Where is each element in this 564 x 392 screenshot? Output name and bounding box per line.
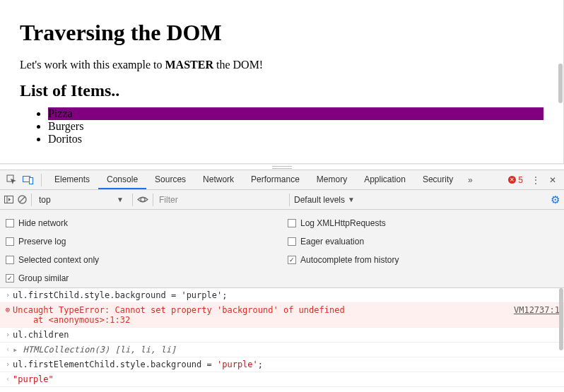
console-output-row[interactable]: ‹ ▸ HTMLCollection(3) [li, li, li] <box>0 343 564 357</box>
console-error-row[interactable]: ⊗ Uncaught TypeError: Cannot set propert… <box>0 303 564 328</box>
checkbox-autocomplete[interactable]: ✓Autocomplete from history <box>288 251 561 269</box>
inspect-element-icon[interactable] <box>3 172 20 189</box>
output-caret-icon: ‹ <box>3 374 13 384</box>
input-caret-icon: › <box>3 360 13 369</box>
page-content: Traversing the DOM Let's work with this … <box>6 6 558 160</box>
viewport-pane: Traversing the DOM Let's work with this … <box>0 0 564 164</box>
tab-application[interactable]: Application <box>356 170 414 189</box>
list-item: Doritos <box>48 133 544 145</box>
console-input-row[interactable]: › ul.children <box>0 328 564 343</box>
checkbox-eager-eval[interactable]: Eager evaluation <box>288 232 561 251</box>
pane-resizer[interactable] <box>0 164 564 170</box>
tab-security[interactable]: Security <box>414 170 462 189</box>
error-count-badge[interactable]: ✕ 5 <box>508 175 523 185</box>
page-title: Traversing the DOM <box>20 20 544 46</box>
devtools-tabstrip: Elements Console Sources Network Perform… <box>0 170 564 190</box>
checkbox-selected-context[interactable]: Selected context only <box>6 251 279 269</box>
item-list: Pizza Burgers Doritos <box>20 107 544 145</box>
scrollbar[interactable] <box>558 64 563 103</box>
checkbox-group-similar[interactable]: ✓Group similar <box>6 269 279 287</box>
list-item: Burgers <box>48 120 544 133</box>
chevron-down-icon: ▼ <box>117 196 124 203</box>
console-input-row[interactable]: › ul.firstChild.style.background = 'purp… <box>0 288 564 303</box>
tab-memory[interactable]: Memory <box>308 170 356 189</box>
error-icon: ⊗ <box>3 305 13 314</box>
svg-rect-2 <box>30 177 33 184</box>
prompt-caret-icon: › <box>3 389 13 392</box>
console-input-row[interactable]: › ul.firstElementChild.style.background … <box>0 357 564 372</box>
page-intro: Let's work with this example to MASTER t… <box>20 59 544 71</box>
list-item: Pizza <box>48 107 544 120</box>
chevron-down-icon: ▼ <box>348 196 355 203</box>
source-link[interactable]: VM12737:1 <box>507 305 560 315</box>
console-toolbar: top ▼ Default levels ▼ ⚙ <box>0 190 564 210</box>
error-icon: ✕ <box>508 176 516 184</box>
gear-icon[interactable]: ⚙ <box>551 194 560 206</box>
context-selector[interactable]: top ▼ <box>36 195 128 205</box>
checkbox-hide-network[interactable]: Hide network <box>6 214 279 232</box>
output-caret-icon: ‹ <box>3 345 13 354</box>
devtools: Elements Console Sources Network Perform… <box>0 170 564 392</box>
tab-console[interactable]: Console <box>98 170 146 189</box>
console-prompt[interactable]: › <box>0 387 564 392</box>
checkbox-log-xhr[interactable]: Log XMLHttpRequests <box>288 214 561 232</box>
input-caret-icon: › <box>3 330 13 339</box>
checkbox-preserve-log[interactable]: Preserve log <box>6 232 279 251</box>
svg-line-6 <box>20 197 25 203</box>
console-output-row[interactable]: ‹ "purple" <box>0 372 564 387</box>
console-sidebar-toggle-icon[interactable] <box>4 196 13 203</box>
device-toolbar-icon[interactable] <box>20 172 37 189</box>
filter-input[interactable] <box>158 192 285 208</box>
more-tabs-icon[interactable]: » <box>462 172 478 189</box>
kebab-menu-icon[interactable]: ⋮ <box>527 172 544 189</box>
console-output: › ul.firstChild.style.background = 'purp… <box>0 288 564 392</box>
input-caret-icon: › <box>3 290 13 299</box>
tab-elements[interactable]: Elements <box>46 170 98 189</box>
live-expression-icon[interactable] <box>137 196 148 203</box>
console-settings: Hide network Preserve log Selected conte… <box>0 210 564 288</box>
scrollbar[interactable] <box>559 288 563 350</box>
list-heading: List of Items.. <box>20 81 544 100</box>
svg-point-7 <box>141 198 145 202</box>
tab-network[interactable]: Network <box>194 170 242 189</box>
tab-performance[interactable]: Performance <box>242 170 308 189</box>
log-levels-selector[interactable]: Default levels ▼ <box>294 195 355 205</box>
tab-sources[interactable]: Sources <box>146 170 194 189</box>
close-icon[interactable]: ✕ <box>544 172 561 189</box>
clear-console-icon[interactable] <box>18 195 27 204</box>
